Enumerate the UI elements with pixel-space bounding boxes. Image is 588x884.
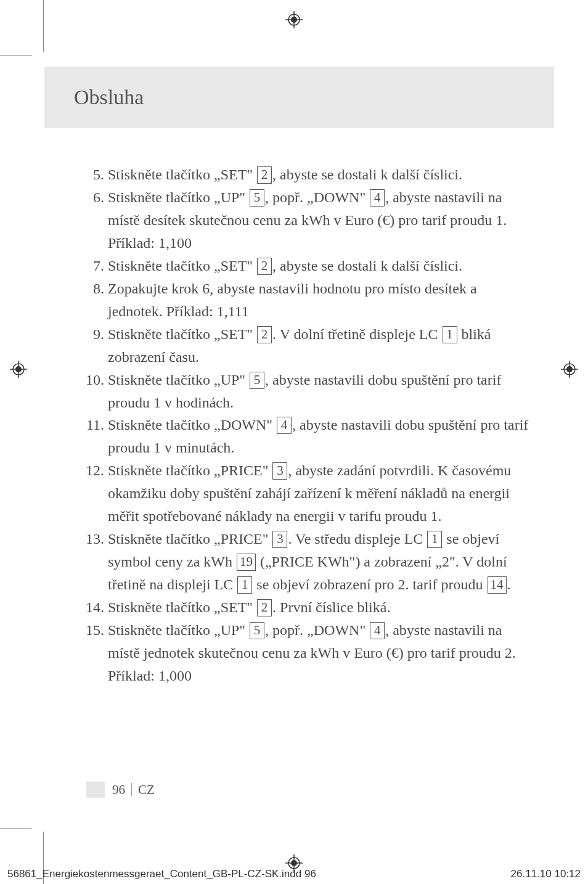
- step-number: 15.: [74, 619, 108, 687]
- page-footer: 96 CZ: [86, 782, 155, 798]
- step-number: 11.: [74, 414, 108, 459]
- step-number: 12.: [74, 459, 108, 528]
- key-reference-box: 4: [370, 189, 385, 207]
- page-lang: CZ: [138, 782, 155, 798]
- instruction-step: 11.Stiskněte tlačítko „DOWN" 4, abyste n…: [74, 414, 533, 459]
- step-text: Stiskněte tlačítko „SET" 2. V dolní třet…: [108, 323, 533, 369]
- instruction-step: 7.Stiskněte tlačítko „SET" 2, abyste se …: [74, 255, 533, 277]
- instruction-step: 13.Stiskněte tlačítko „PRICE" 3. Ve stře…: [74, 528, 533, 596]
- crop-mark: [0, 828, 32, 829]
- crop-mark: [43, 0, 44, 52]
- step-number: 8.: [74, 277, 108, 323]
- key-reference-box: 2: [257, 166, 272, 184]
- key-reference-box: 3: [272, 462, 287, 480]
- key-reference-box: 5: [250, 189, 264, 207]
- step-text: Zopakujte krok 6, abyste nastavili hodno…: [108, 277, 533, 323]
- registration-mark-icon: [285, 11, 303, 28]
- instruction-step: 15.Stiskněte tlačítko „UP" 5, popř. „DOW…: [74, 619, 533, 687]
- print-info: 56861_Energiekostenmessgeraet_Content_GB…: [0, 868, 588, 880]
- step-text: Stiskněte tlačítko „SET" 2, abyste se do…: [108, 255, 533, 277]
- key-reference-box: 2: [257, 326, 272, 343]
- key-reference-box: 4: [277, 417, 292, 434]
- key-reference-box: 14: [488, 576, 507, 594]
- step-number: 6.: [74, 186, 108, 255]
- key-reference-box: 5: [250, 622, 264, 639]
- step-text: Stiskněte tlačítko „SET" 2. První číslic…: [108, 596, 533, 619]
- section-header: Obsluha: [44, 67, 554, 128]
- key-reference-box: 1: [427, 531, 442, 548]
- key-reference-box: 5: [250, 372, 264, 389]
- step-text: Stiskněte tlačítko „SET" 2, abyste se do…: [108, 163, 533, 186]
- step-number: 13.: [74, 528, 108, 596]
- step-number: 5.: [74, 163, 108, 186]
- instruction-step: 10.Stiskněte tlačítko „UP" 5, abyste nas…: [74, 369, 533, 414]
- step-number: 14.: [74, 596, 108, 619]
- step-number: 7.: [74, 255, 108, 277]
- step-number: 9.: [74, 323, 108, 369]
- key-reference-box: 1: [237, 576, 252, 594]
- step-text: Stiskněte tlačítko „UP" 5, popř. „DOWN" …: [108, 186, 533, 255]
- step-text: Stiskněte tlačítko „PRICE" 3. Ve středu …: [108, 528, 533, 596]
- step-text: Stiskněte tlačítko „UP" 5, popř. „DOWN" …: [108, 619, 533, 687]
- instruction-step: 6.Stiskněte tlačítko „UP" 5, popř. „DOWN…: [74, 186, 533, 255]
- registration-mark-icon: [561, 361, 578, 378]
- step-text: Stiskněte tlačítko „UP" 5, abyste nastav…: [108, 369, 533, 414]
- key-reference-box: 2: [257, 258, 272, 275]
- step-number: 10.: [74, 369, 108, 414]
- instruction-step: 14.Stiskněte tlačítko „SET" 2. První čís…: [74, 596, 533, 619]
- source-filename: 56861_Energiekostenmessgeraet_Content_GB…: [7, 868, 316, 880]
- key-reference-box: 2: [257, 599, 272, 616]
- print-timestamp: 26.11.10 10:12: [511, 868, 581, 880]
- instruction-list: 5.Stiskněte tlačítko „SET" 2, abyste se …: [74, 163, 533, 687]
- page-number: 96: [112, 782, 125, 798]
- step-text: Stiskněte tlačítko „PRICE" 3, abyste zad…: [108, 459, 533, 528]
- step-text: Stiskněte tlačítko „DOWN" 4, abyste nast…: [108, 414, 533, 459]
- key-reference-box: 3: [272, 531, 287, 548]
- instruction-step: 5.Stiskněte tlačítko „SET" 2, abyste se …: [74, 163, 533, 186]
- key-reference-box: 4: [370, 622, 385, 639]
- instruction-step: 12.Stiskněte tlačítko „PRICE" 3, abyste …: [74, 459, 533, 528]
- instruction-step: 8.Zopakujte krok 6, abyste nastavili hod…: [74, 277, 533, 323]
- instruction-step: 9.Stiskněte tlačítko „SET" 2. V dolní tř…: [74, 323, 533, 369]
- key-reference-box: 1: [443, 326, 457, 343]
- crop-mark: [0, 55, 32, 56]
- footer-divider: [131, 783, 132, 796]
- footer-block: [86, 782, 105, 798]
- registration-mark-icon: [10, 361, 27, 378]
- key-reference-box: 19: [237, 554, 256, 571]
- page-title: Obsluha: [74, 86, 144, 109]
